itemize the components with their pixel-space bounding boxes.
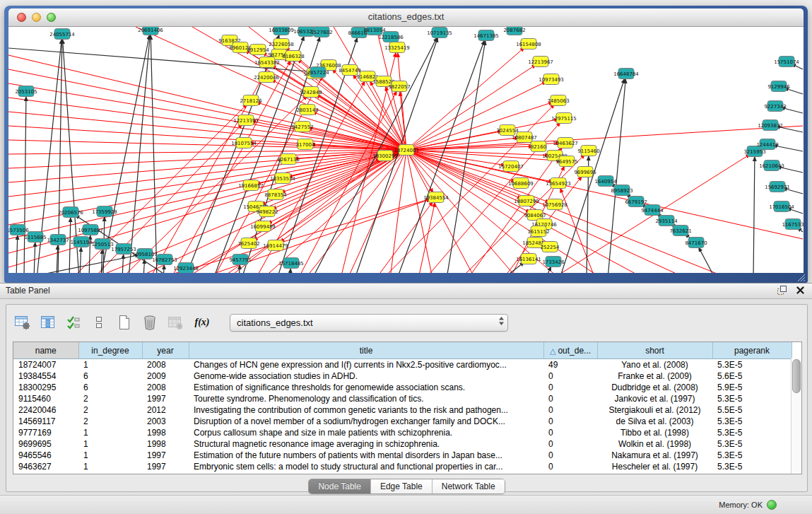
network-node[interactable]: 1527602 (310, 27, 332, 37)
network-node[interactable]: 9457791 (229, 255, 251, 265)
tab-edge-table[interactable]: Edge Table (371, 479, 433, 493)
network-node[interactable]: 15718485 (278, 258, 304, 269)
network-node[interactable]: 12213393 (233, 115, 259, 126)
network-node[interactable]: 1167533 (782, 219, 804, 230)
network-node[interactable]: 7632621 (669, 226, 691, 236)
scrollbar-thumb[interactable] (792, 359, 801, 393)
window-resize-grip[interactable] (796, 274, 806, 282)
network-node[interactable]: 10756928 (542, 199, 567, 210)
network-node[interactable]: 1615152 (527, 226, 549, 237)
network-node[interactable]: 16033809 (269, 27, 294, 35)
network-node[interactable]: 9115460 (577, 146, 599, 156)
network-node[interactable]: 9649575 (555, 156, 577, 167)
network-node[interactable]: 10975887 (78, 225, 103, 235)
table-row[interactable]: 1938455462009Genome-wide association stu… (13, 370, 792, 382)
network-node[interactable]: 1640954 (594, 176, 617, 187)
table-row[interactable]: 946554611997Estimation of the future num… (13, 450, 792, 461)
network-node[interactable]: 6679197 (625, 197, 647, 207)
close-panel-icon[interactable] (796, 286, 805, 295)
network-node[interactable]: 7625402 (237, 238, 259, 249)
network-node[interactable]: 2053105 (15, 86, 37, 97)
network-node[interactable]: 16648784 (613, 69, 639, 79)
function-builder-icon[interactable]: f(x) (192, 313, 213, 332)
network-node[interactable]: 24055714 (49, 29, 75, 40)
network-node[interactable]: 16154808 (516, 39, 541, 49)
network-node[interactable]: 8958923 (611, 185, 632, 196)
network-node[interactable]: 17016504 (769, 201, 794, 212)
network-node[interactable]: 9427552 (291, 122, 313, 132)
table-row[interactable]: 911546021997Tourette syndrome. Phenomeno… (13, 393, 792, 404)
network-node[interactable]: 9699695 (574, 167, 596, 177)
network-node[interactable]: 1573506 (8, 225, 29, 235)
table-row[interactable]: 2242004622012Investigating the contribut… (13, 404, 792, 416)
column-header-out_de[interactable]: △out_de... (543, 342, 597, 359)
network-node[interactable]: 19463627 (553, 138, 578, 148)
column-header-title[interactable]: title (189, 342, 543, 359)
network-node[interactable]: 82160 (531, 141, 546, 152)
table-row[interactable]: 1872400712008Changes of HCN gene express… (13, 359, 792, 371)
network-node[interactable]: 20206576 (58, 207, 83, 218)
network-node[interactable]: 15692971 (765, 182, 790, 192)
network-node[interactable]: 2935114 (655, 216, 678, 226)
network-node[interactable]: 8912954 (247, 45, 269, 55)
network-node[interactable]: 7857224 (307, 67, 329, 78)
vertical-scrollbar[interactable] (791, 358, 801, 474)
network-node[interactable]: 2087682 (503, 27, 525, 35)
network-node[interactable]: 252254 (541, 242, 560, 252)
network-node[interactable]: 2718126 (240, 95, 262, 106)
row-height-icon[interactable] (90, 313, 108, 332)
show-columns-icon[interactable] (39, 313, 57, 332)
network-node[interactable]: 20691406 (138, 27, 163, 35)
select-all-icon[interactable] (64, 313, 83, 332)
network-node[interactable]: 12923448 (173, 263, 199, 274)
network-node[interactable]: 16210643 (759, 160, 784, 171)
table-row[interactable]: 1456911722003Disruption of a novel membe… (13, 416, 792, 427)
network-node[interactable]: 9227343 (764, 101, 786, 112)
network-node[interactable]: 14671385 (473, 30, 499, 41)
network-node[interactable]: 18107554 (231, 138, 257, 148)
network-node[interactable]: 15751074 (774, 57, 799, 67)
delete-table-icon[interactable] (141, 313, 159, 332)
network-node[interactable]: 23226058 (269, 39, 294, 49)
tab-node-table[interactable]: Node Table (309, 479, 371, 493)
network-node[interactable]: 10719135 (427, 28, 452, 38)
network-node[interactable]: 1342737 (47, 235, 69, 245)
network-node[interactable]: 1733426 (542, 257, 565, 267)
network-node[interactable]: 3024554 (496, 125, 519, 136)
network-node[interactable]: 8267130 (277, 154, 299, 165)
network-canvas[interactable]: 1872400718300295193845549115460969969522… (8, 27, 804, 273)
network-node[interactable]: 317004 (296, 139, 315, 150)
network-node[interactable]: 12213967 (528, 57, 553, 67)
network-node[interactable]: 9129946 (767, 81, 790, 92)
network-node[interactable]: 13325419 (384, 42, 410, 53)
network-node[interactable]: 1115685 (24, 232, 46, 243)
table-row[interactable]: 977716911998Corpus callosum shape and si… (13, 427, 792, 438)
table-row[interactable]: 969969511998Structural magnetic resonanc… (13, 438, 792, 450)
table-panel-header[interactable]: Table Panel (0, 284, 812, 299)
network-node[interactable]: 8471670 (685, 238, 707, 248)
network-node[interactable]: 2803144 (296, 105, 319, 115)
table-selector-dropdown[interactable]: citations_edges.txt (230, 314, 508, 332)
table-row[interactable]: 1830029562008Estimation of significance … (13, 382, 792, 393)
window-titlebar[interactable]: citations_edges.txt (8, 8, 804, 27)
column-header-name[interactable]: name (13, 342, 78, 359)
network-node[interactable]: 1145194 (70, 237, 93, 247)
network-node[interactable]: 15720407 (498, 161, 524, 172)
table-options-icon[interactable] (13, 313, 32, 332)
network-node[interactable]: 1244419 (756, 139, 778, 150)
float-panel-icon[interactable] (777, 285, 787, 296)
tab-network-table[interactable]: Network Table (433, 479, 505, 493)
network-node[interactable]: 16136141 (516, 254, 541, 264)
table-row[interactable]: 946362711997Embryonic stem cells: a mode… (13, 461, 792, 472)
network-node[interactable]: 10688609 (508, 178, 534, 189)
network-node[interactable]: 5822057 (388, 81, 410, 92)
network-node[interactable]: 22420046 (254, 72, 279, 83)
network-node[interactable]: 13353534 (270, 173, 295, 184)
network-node[interactable]: 8878354 (264, 189, 287, 200)
network-node[interactable]: 9474444 (641, 205, 664, 216)
network-node[interactable]: 12093872 (758, 120, 783, 131)
network-node[interactable]: 19384554 (423, 192, 449, 203)
network-node[interactable]: 7485063 (547, 95, 569, 106)
column-header-year[interactable]: year (142, 342, 189, 359)
create-table-icon[interactable] (115, 313, 134, 332)
